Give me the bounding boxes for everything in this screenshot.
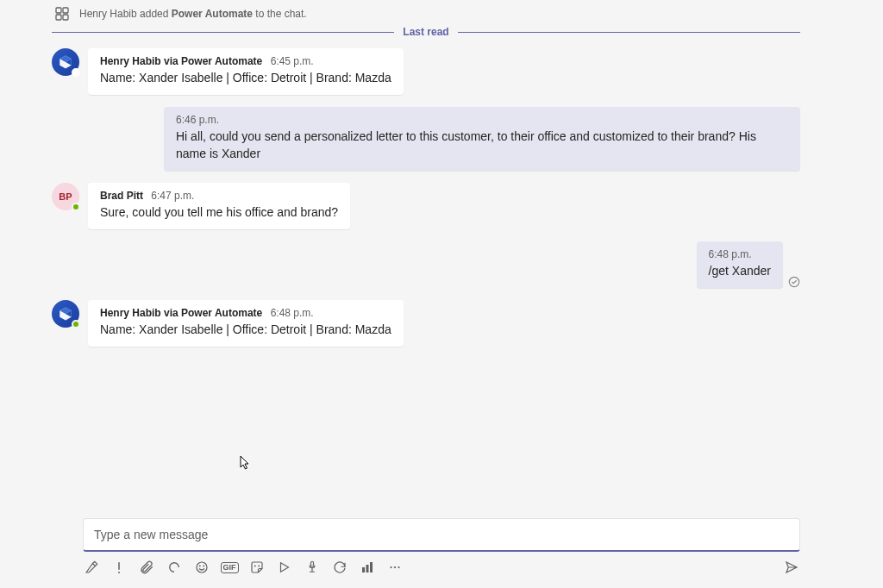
message-row-self[interactable]: 6:46 p.m. Hi all, could you send a perso… [164,107,800,171]
message-sender: Brad Pitt [100,190,143,202]
gif-button[interactable]: GIF [221,559,238,576]
svg-point-25 [394,566,396,568]
sticker-button[interactable] [248,559,266,576]
system-notice: Henry Habib added Power Automate to the … [52,0,800,24]
message-time: 6:47 p.m. [151,190,194,202]
svg-point-24 [390,566,391,568]
compose-toolbar: GIF [83,559,800,576]
updates-button[interactable] [331,559,348,576]
svg-rect-0 [56,8,61,13]
gif-label: GIF [221,562,239,573]
message-content: Name: Xander Isabelle | Office: Detroit … [100,321,391,338]
presence-available-icon [72,320,80,328]
viva-button[interactable] [359,559,376,576]
message-bubble-self: 6:48 p.m. /get Xander [697,241,783,288]
svg-rect-22 [366,565,369,572]
compose-area: GIF [0,510,883,588]
svg-point-16 [204,566,204,566]
message-bubble: Henry Habib via Power Automate 6:48 p.m.… [88,300,404,347]
divider-line [52,32,394,33]
more-button[interactable] [386,559,404,576]
message-sender: Henry Habib via Power Automate [100,55,262,67]
system-text-after: to the chat. [253,8,307,20]
priority-button[interactable] [110,559,128,576]
presence-available-icon [72,68,80,77]
message-bubble: Brad Pitt 6:47 p.m. Sure, could you tell… [88,183,350,229]
divider-line [458,32,800,33]
svg-point-15 [199,566,200,566]
message-content: /get Xander [709,262,771,279]
svg-rect-2 [56,15,61,20]
svg-point-12 [118,572,120,573]
last-read-label: Last read [394,26,457,38]
message-bubble-self: 6:46 p.m. Hi all, could you send a perso… [164,107,800,171]
avatar-power-automate[interactable] [52,300,79,328]
svg-point-26 [398,566,399,568]
avatar-power-automate[interactable] [52,48,79,76]
svg-rect-23 [370,562,373,572]
messages-area: Henry Habib added Power Automate to the … [0,0,883,510]
svg-point-18 [259,566,260,566]
svg-rect-21 [362,567,365,572]
message-content: Sure, could you tell me his office and b… [100,203,338,221]
message-bubble: Henry Habib via Power Automate 6:45 p.m.… [88,48,404,95]
svg-marker-19 [281,563,289,572]
compose-input[interactable] [83,518,800,552]
stream-button[interactable] [276,559,293,576]
svg-rect-3 [63,15,68,20]
svg-rect-11 [118,562,120,570]
message-time: 6:48 p.m. [709,248,752,260]
message-content: Hi all, could you send a personalized le… [176,128,788,162]
svg-rect-1 [63,8,68,13]
svg-point-7 [789,277,798,286]
chat-container: Henry Habib added Power Automate to the … [0,0,883,588]
loop-button[interactable] [166,559,183,576]
message-row[interactable]: BP Brad Pitt 6:47 p.m. Sure, could you t… [52,183,800,229]
power-automate-icon [58,306,73,322]
message-time: 6:48 p.m. [271,307,314,319]
attach-button[interactable] [138,559,155,576]
message-time: 6:45 p.m. [271,55,314,67]
svg-point-14 [197,562,207,572]
sent-status-icon [788,276,800,288]
svg-rect-20 [311,561,314,566]
system-text: Henry Habib added Power Automate to the … [79,8,307,20]
message-time: 6:46 p.m. [176,114,219,126]
send-button[interactable] [783,559,800,576]
message-row[interactable]: Henry Habib via Power Automate 6:48 p.m.… [52,300,800,347]
system-text-before: Henry Habib added [79,8,172,20]
apps-icon [55,7,69,21]
avatar-initials[interactable]: BP [52,183,79,210]
presence-available-icon [72,203,80,211]
message-sender: Henry Habib via Power Automate [100,307,262,319]
last-read-divider: Last read [52,26,800,38]
svg-point-17 [254,566,255,566]
power-automate-icon [58,54,73,70]
avatar-initials-text: BP [59,191,72,202]
message-row-self[interactable]: 6:48 p.m. /get Xander [52,241,800,288]
system-bold: Power Automate [172,8,253,20]
message-row[interactable]: Henry Habib via Power Automate 6:45 p.m.… [52,48,800,95]
approvals-button[interactable] [304,559,321,576]
format-button[interactable] [83,559,100,576]
message-content: Name: Xander Isabelle | Office: Detroit … [100,69,391,86]
emoji-button[interactable] [193,559,210,576]
